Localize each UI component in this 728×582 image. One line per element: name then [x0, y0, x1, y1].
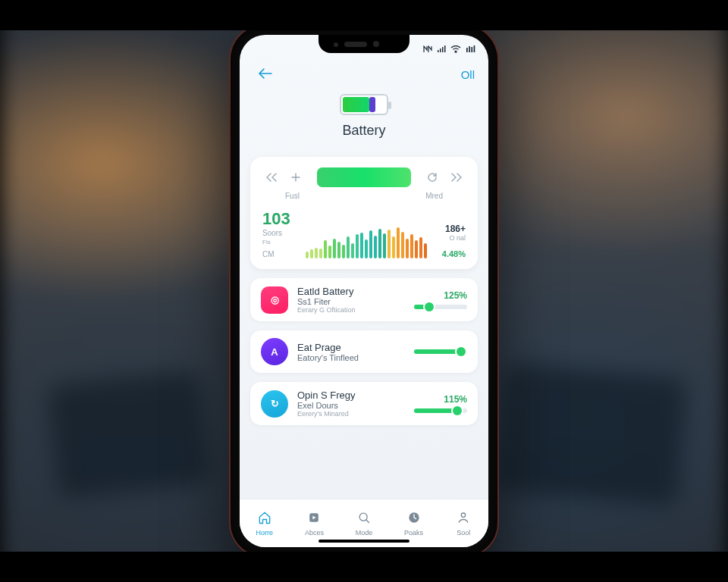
tab-label: Mode [356, 529, 373, 537]
home-indicator[interactable] [318, 540, 410, 543]
app-header: Oll [240, 58, 488, 91]
chart-bar [319, 249, 322, 258]
next-fast-button[interactable] [447, 168, 466, 186]
list-item-percent: 125% [444, 290, 467, 301]
battery-icon [340, 94, 388, 115]
app-list: ◎Eatld BatterySs1 FiterEerary G Ofticati… [250, 278, 478, 425]
chart-bar [306, 252, 309, 258]
chart-bar [315, 248, 318, 258]
chart-bar [401, 232, 404, 258]
tab-label: Poaks [404, 529, 423, 537]
chart-bar [419, 237, 422, 258]
list-item-title: Eatld Battery [297, 286, 405, 297]
usage-slider[interactable] [414, 305, 467, 309]
header-action-button[interactable]: Oll [461, 68, 475, 81]
stat-secondary: 186+ [435, 224, 466, 234]
app-icon: ↻ [261, 390, 288, 418]
tab-label: Abces [305, 529, 324, 537]
chart-bar [383, 233, 386, 258]
usage-slider[interactable] [414, 408, 467, 413]
nfc-icon [423, 45, 432, 53]
chart-bar [328, 246, 331, 258]
chart-bar [333, 239, 336, 258]
stat-primary: 103 [262, 211, 298, 227]
battery-bars-icon [466, 45, 476, 53]
add-button[interactable] [287, 168, 305, 186]
letterbox [0, 552, 728, 582]
profile-icon [456, 510, 471, 527]
wifi-icon [450, 45, 461, 53]
usage-card: Fusl Mred 103 Soors Fis CM 186+ O nal 4.… [250, 157, 478, 269]
phone-screen: Oll Battery [240, 35, 488, 547]
chart-bar [342, 245, 345, 258]
list-item-title: Eat Prage [297, 342, 405, 353]
list-item-sub: Ss1 Fiter [297, 297, 405, 306]
chart-bar [410, 234, 413, 258]
chart-bar [415, 240, 418, 258]
chart-bar [397, 227, 400, 258]
chart-bar [347, 236, 350, 258]
list-item-title: Opin S Fregy [297, 390, 405, 401]
range-pill[interactable] [317, 167, 411, 187]
stat-primary-sub2: Fis [262, 239, 298, 246]
tab-label: Horre [256, 529, 274, 537]
home-icon [257, 510, 272, 527]
svg-point-3 [462, 513, 466, 517]
list-item[interactable]: ↻Opin S FregyExel DoursEerery's Minared1… [250, 382, 478, 425]
phone-frame: Oll Battery [231, 26, 497, 556]
stat-primary-sub: Soors [262, 229, 298, 237]
list-item-sub2: Eerery's Minared [297, 410, 405, 418]
list-item-sub: Exel Dours [297, 401, 405, 410]
notch [318, 35, 410, 53]
signal-icon [437, 45, 446, 53]
chart-bar [424, 243, 427, 258]
chart-bar [388, 230, 391, 258]
range-controls [262, 167, 466, 187]
chart-bar [392, 236, 395, 258]
range-label-left: Fusl [285, 192, 300, 200]
list-item[interactable]: AEat PrageEatory's Tinfleed [250, 330, 478, 373]
video-icon [306, 510, 322, 527]
prev-fast-button[interactable] [262, 168, 281, 186]
usage-slider[interactable] [414, 349, 467, 354]
chart-bar [360, 233, 363, 258]
hero-section: Battery [240, 91, 488, 149]
chart-bar [324, 240, 327, 258]
letterbox [0, 0, 728, 30]
stat-secondary-sub: O nal [435, 234, 466, 242]
search-icon [356, 510, 372, 527]
list-item[interactable]: ◎Eatld BatterySs1 FiterEerary G Ofticati… [250, 278, 478, 321]
chart-bar [406, 239, 409, 258]
tab-label: Sool [457, 529, 470, 537]
chart-bar [365, 239, 368, 258]
usage-chart [306, 224, 427, 258]
back-button[interactable] [253, 63, 278, 86]
chart-bar [378, 229, 381, 258]
tab-horre[interactable]: Horre [240, 499, 290, 547]
clock-icon [406, 510, 422, 527]
chart-bar [351, 243, 354, 258]
chart-bar [310, 249, 313, 258]
range-label-right: Mred [425, 192, 443, 200]
refresh-button[interactable] [423, 168, 441, 186]
chart-bar [337, 242, 340, 258]
stat-cm: CM [262, 250, 298, 258]
chart-bar [374, 236, 377, 258]
stat-percent: 4.48% [435, 249, 466, 258]
page-title: Battery [240, 123, 488, 139]
app-icon: A [261, 338, 288, 365]
list-item-sub: Eatory's Tinfleed [297, 353, 405, 362]
app-icon: ◎ [261, 286, 288, 314]
tab-sool[interactable]: Sool [438, 499, 488, 547]
list-item-sub2: Eerary G Oftication [297, 306, 405, 314]
chart-bar [356, 234, 359, 258]
chart-bar [369, 230, 372, 258]
list-item-percent: 115% [444, 394, 467, 405]
